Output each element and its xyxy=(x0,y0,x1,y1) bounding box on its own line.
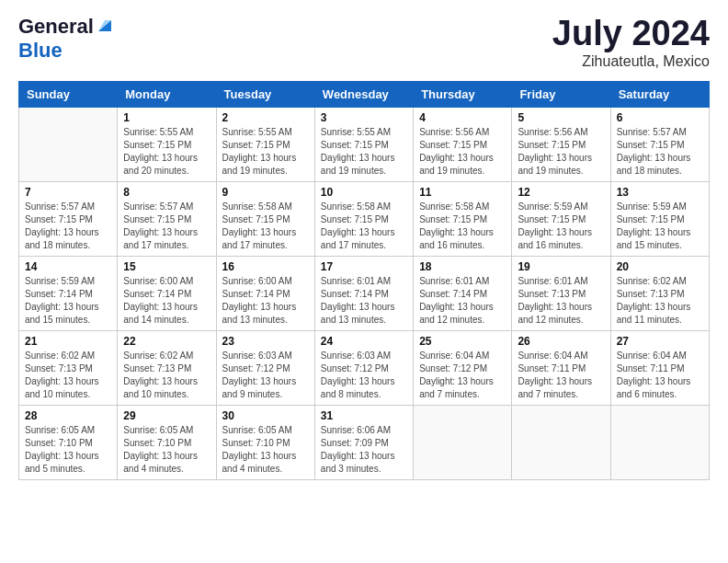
day-number: 31 xyxy=(321,409,407,422)
calendar-cell: 31Sunrise: 6:06 AM Sunset: 7:09 PM Dayli… xyxy=(314,405,413,479)
calendar-cell: 23Sunrise: 6:03 AM Sunset: 7:12 PM Dayli… xyxy=(216,330,314,405)
day-number: 8 xyxy=(123,186,210,199)
cell-info: Sunrise: 6:02 AM Sunset: 7:13 PM Dayligh… xyxy=(25,350,111,401)
day-number: 10 xyxy=(321,186,407,199)
month-title: July 2024 xyxy=(552,15,710,53)
cell-info: Sunrise: 5:59 AM Sunset: 7:14 PM Dayligh… xyxy=(25,275,111,327)
calendar-cell: 20Sunrise: 6:02 AM Sunset: 7:13 PM Dayli… xyxy=(610,256,709,330)
logo-general: General xyxy=(18,15,94,39)
cell-info: Sunrise: 6:05 AM Sunset: 7:10 PM Dayligh… xyxy=(123,424,210,476)
calendar-cell: 26Sunrise: 6:04 AM Sunset: 7:11 PM Dayli… xyxy=(512,330,610,405)
day-number: 20 xyxy=(617,260,703,273)
calendar-cell: 14Sunrise: 5:59 AM Sunset: 7:14 PM Dayli… xyxy=(19,256,118,330)
location: Zihuateutla, Mexico xyxy=(552,53,710,70)
calendar-week-2: 7Sunrise: 5:57 AM Sunset: 7:15 PM Daylig… xyxy=(19,181,710,256)
calendar-cell: 18Sunrise: 6:01 AM Sunset: 7:14 PM Dayli… xyxy=(414,256,512,330)
calendar-cell: 11Sunrise: 5:58 AM Sunset: 7:15 PM Dayli… xyxy=(414,181,512,256)
logo-triangle-icon xyxy=(97,17,113,33)
calendar-cell: 17Sunrise: 6:01 AM Sunset: 7:14 PM Dayli… xyxy=(314,256,413,330)
cell-info: Sunrise: 5:56 AM Sunset: 7:15 PM Dayligh… xyxy=(518,126,604,178)
calendar-cell xyxy=(512,405,610,479)
cell-info: Sunrise: 6:00 AM Sunset: 7:14 PM Dayligh… xyxy=(222,275,309,327)
calendar-cell xyxy=(610,405,709,479)
calendar-cell: 10Sunrise: 5:58 AM Sunset: 7:15 PM Dayli… xyxy=(314,181,413,256)
day-number: 15 xyxy=(123,260,210,273)
cell-info: Sunrise: 6:01 AM Sunset: 7:14 PM Dayligh… xyxy=(321,275,407,327)
calendar-cell: 21Sunrise: 6:02 AM Sunset: 7:13 PM Dayli… xyxy=(19,330,118,405)
day-number: 1 xyxy=(123,111,210,124)
cell-info: Sunrise: 5:55 AM Sunset: 7:15 PM Dayligh… xyxy=(123,126,210,178)
cell-info: Sunrise: 5:59 AM Sunset: 7:15 PM Dayligh… xyxy=(518,201,604,252)
calendar-cell: 8Sunrise: 5:57 AM Sunset: 7:15 PM Daylig… xyxy=(118,181,216,256)
calendar-cell: 1Sunrise: 5:55 AM Sunset: 7:15 PM Daylig… xyxy=(118,107,216,181)
cell-info: Sunrise: 6:01 AM Sunset: 7:14 PM Dayligh… xyxy=(419,275,506,327)
cell-info: Sunrise: 5:58 AM Sunset: 7:15 PM Dayligh… xyxy=(222,201,309,252)
cell-info: Sunrise: 5:58 AM Sunset: 7:15 PM Dayligh… xyxy=(321,201,407,252)
calendar-week-5: 28Sunrise: 6:05 AM Sunset: 7:10 PM Dayli… xyxy=(19,405,710,479)
calendar-cell xyxy=(414,405,512,479)
cell-info: Sunrise: 6:05 AM Sunset: 7:10 PM Dayligh… xyxy=(25,424,111,476)
cell-info: Sunrise: 6:04 AM Sunset: 7:11 PM Dayligh… xyxy=(518,350,604,401)
day-number: 28 xyxy=(25,409,111,422)
cell-info: Sunrise: 5:55 AM Sunset: 7:15 PM Dayligh… xyxy=(321,126,407,178)
calendar-cell: 9Sunrise: 5:58 AM Sunset: 7:15 PM Daylig… xyxy=(216,181,314,256)
calendar-cell: 15Sunrise: 6:00 AM Sunset: 7:14 PM Dayli… xyxy=(118,256,216,330)
calendar-table: Sunday Monday Tuesday Wednesday Thursday… xyxy=(18,81,710,480)
calendar-cell: 2Sunrise: 5:55 AM Sunset: 7:15 PM Daylig… xyxy=(216,107,314,181)
day-number: 29 xyxy=(123,409,210,422)
col-tuesday: Tuesday xyxy=(216,81,314,107)
cell-info: Sunrise: 5:56 AM Sunset: 7:15 PM Dayligh… xyxy=(419,126,506,178)
day-number: 23 xyxy=(222,335,309,348)
day-number: 6 xyxy=(617,111,703,124)
col-sunday: Sunday xyxy=(19,81,118,107)
cell-info: Sunrise: 5:58 AM Sunset: 7:15 PM Dayligh… xyxy=(419,201,506,252)
calendar-cell xyxy=(19,107,118,181)
day-number: 27 xyxy=(617,335,703,348)
cell-info: Sunrise: 6:04 AM Sunset: 7:11 PM Dayligh… xyxy=(617,350,703,401)
col-monday: Monday xyxy=(118,81,216,107)
day-number: 12 xyxy=(518,186,604,199)
day-number: 2 xyxy=(222,111,309,124)
cell-info: Sunrise: 6:03 AM Sunset: 7:12 PM Dayligh… xyxy=(321,350,407,401)
col-thursday: Thursday xyxy=(414,81,512,107)
cell-info: Sunrise: 5:57 AM Sunset: 7:15 PM Dayligh… xyxy=(123,201,210,252)
day-number: 17 xyxy=(321,260,407,273)
cell-info: Sunrise: 6:02 AM Sunset: 7:13 PM Dayligh… xyxy=(617,275,703,327)
day-number: 22 xyxy=(123,335,210,348)
day-number: 25 xyxy=(419,335,506,348)
day-number: 3 xyxy=(321,111,407,124)
calendar-cell: 27Sunrise: 6:04 AM Sunset: 7:11 PM Dayli… xyxy=(610,330,709,405)
day-number: 21 xyxy=(25,335,111,348)
day-number: 7 xyxy=(25,186,111,199)
calendar-week-4: 21Sunrise: 6:02 AM Sunset: 7:13 PM Dayli… xyxy=(19,330,710,405)
calendar-cell: 19Sunrise: 6:01 AM Sunset: 7:13 PM Dayli… xyxy=(512,256,610,330)
page-header: General Blue July 2024 Zihuateutla, Mexi… xyxy=(18,15,710,70)
calendar-cell: 30Sunrise: 6:05 AM Sunset: 7:10 PM Dayli… xyxy=(216,405,314,479)
cell-info: Sunrise: 6:01 AM Sunset: 7:13 PM Dayligh… xyxy=(518,275,604,327)
cell-info: Sunrise: 5:59 AM Sunset: 7:15 PM Dayligh… xyxy=(617,201,703,252)
calendar-cell: 4Sunrise: 5:56 AM Sunset: 7:15 PM Daylig… xyxy=(414,107,512,181)
cell-info: Sunrise: 6:04 AM Sunset: 7:12 PM Dayligh… xyxy=(419,350,506,401)
cell-info: Sunrise: 6:00 AM Sunset: 7:14 PM Dayligh… xyxy=(123,275,210,327)
calendar-cell: 5Sunrise: 5:56 AM Sunset: 7:15 PM Daylig… xyxy=(512,107,610,181)
day-number: 30 xyxy=(222,409,309,422)
calendar-cell: 12Sunrise: 5:59 AM Sunset: 7:15 PM Dayli… xyxy=(512,181,610,256)
col-friday: Friday xyxy=(512,81,610,107)
day-number: 9 xyxy=(222,186,309,199)
cell-info: Sunrise: 6:02 AM Sunset: 7:13 PM Dayligh… xyxy=(123,350,210,401)
day-number: 5 xyxy=(518,111,604,124)
day-number: 18 xyxy=(419,260,506,273)
cell-info: Sunrise: 6:05 AM Sunset: 7:10 PM Dayligh… xyxy=(222,424,309,476)
cell-info: Sunrise: 6:03 AM Sunset: 7:12 PM Dayligh… xyxy=(222,350,309,401)
calendar-cell: 24Sunrise: 6:03 AM Sunset: 7:12 PM Dayli… xyxy=(314,330,413,405)
day-number: 14 xyxy=(25,260,111,273)
col-saturday: Saturday xyxy=(610,81,709,107)
calendar-cell: 29Sunrise: 6:05 AM Sunset: 7:10 PM Dayli… xyxy=(118,405,216,479)
day-number: 26 xyxy=(518,335,604,348)
day-number: 24 xyxy=(321,335,407,348)
day-number: 19 xyxy=(518,260,604,273)
calendar-week-1: 1Sunrise: 5:55 AM Sunset: 7:15 PM Daylig… xyxy=(19,107,710,181)
calendar-week-3: 14Sunrise: 5:59 AM Sunset: 7:14 PM Dayli… xyxy=(19,256,710,330)
calendar-cell: 16Sunrise: 6:00 AM Sunset: 7:14 PM Dayli… xyxy=(216,256,314,330)
calendar-cell: 3Sunrise: 5:55 AM Sunset: 7:15 PM Daylig… xyxy=(314,107,413,181)
